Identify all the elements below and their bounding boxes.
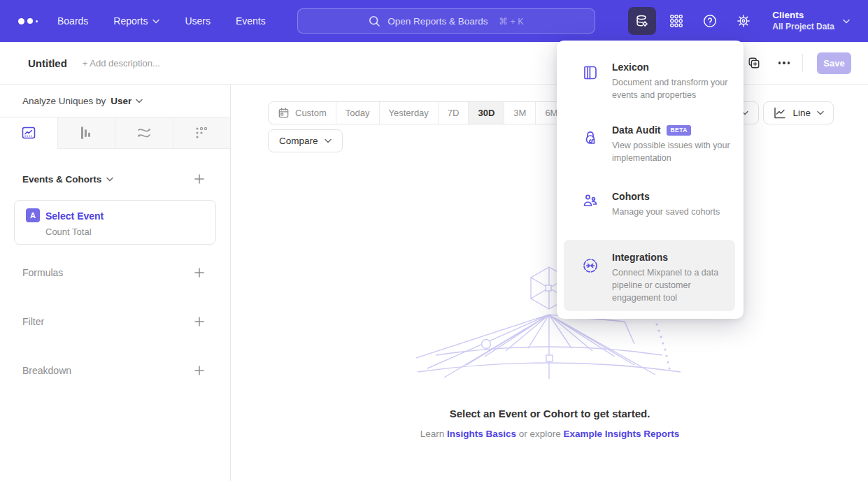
menu-item-description: Manage your saved cohorts xyxy=(612,206,738,219)
breakdown-label: Breakdown xyxy=(22,365,71,376)
range-custom[interactable]: Custom xyxy=(269,102,336,124)
apps-grid-icon xyxy=(669,13,684,29)
help-icon xyxy=(702,13,718,29)
explore-text: or explore xyxy=(519,429,561,439)
nav-item-boards[interactable]: Boards xyxy=(57,15,88,27)
menu-item-title: Cohorts xyxy=(612,191,650,202)
add-filter-icon[interactable] xyxy=(194,316,205,327)
menu-item-integrations[interactable]: Integrations Connect Mixpanel to a data … xyxy=(557,252,744,322)
compare-button[interactable]: Compare xyxy=(268,129,343,152)
select-event-label[interactable]: Select Event xyxy=(45,210,104,222)
dots-grid-tab-icon xyxy=(193,124,210,141)
range-label: 30D xyxy=(478,108,495,118)
nav-item-label: Users xyxy=(185,15,211,27)
menu-item-description: Connect Mixpanel to a data pipeline or c… xyxy=(612,267,735,304)
range-label: 7D xyxy=(448,108,460,118)
search-icon xyxy=(369,15,380,27)
nav-item-reports[interactable]: Reports xyxy=(113,15,159,27)
range-label: Custom xyxy=(295,108,327,118)
line-chart-icon xyxy=(773,106,786,120)
nav-item-label: Events xyxy=(236,15,266,27)
settings-button[interactable] xyxy=(736,13,751,29)
data-management-button[interactable] xyxy=(628,7,656,35)
org-name: Clients xyxy=(772,10,834,22)
menu-item-description: View possible issues with your implement… xyxy=(612,140,742,165)
breakdown-section: Breakdown xyxy=(0,365,230,376)
chevron-down-icon xyxy=(843,19,850,24)
cohorts-icon xyxy=(582,192,599,209)
event-letter-badge: A xyxy=(26,208,40,222)
formulas-section: Formulas xyxy=(0,267,230,278)
chevron-down-icon xyxy=(152,19,159,24)
add-breakdown-icon[interactable] xyxy=(194,365,205,376)
add-event-icon[interactable] xyxy=(194,173,205,185)
events-cohorts-toggle[interactable]: Events & Cohorts xyxy=(22,174,113,185)
nav-item-label: Reports xyxy=(113,15,148,27)
app: { "nav": { "items": ["Boards", "Reports"… xyxy=(0,0,868,481)
nav-item-events[interactable]: Events xyxy=(236,15,266,27)
range-3m[interactable]: 3M xyxy=(504,102,535,124)
project-selector[interactable]: Clients All Project Data xyxy=(772,10,850,32)
empty-state-subtitle: Learn Insights Basics or explore Example… xyxy=(232,429,868,439)
analyze-label: Analyze Uniques by xyxy=(22,96,106,106)
duplicate-icon[interactable] xyxy=(748,57,760,69)
query-sidebar: Analyze Uniques by User xyxy=(0,85,231,481)
search-shortcut: ⌘ + K xyxy=(499,16,524,27)
apps-grid-button[interactable] xyxy=(669,13,684,29)
divider xyxy=(802,54,803,72)
range-30d-selected[interactable]: 30D xyxy=(468,102,504,124)
nav-menu: Boards Reports Users Events xyxy=(57,15,291,27)
mixpanel-logo[interactable] xyxy=(18,18,42,24)
filter-section: Filter xyxy=(0,316,230,327)
tab-flows[interactable] xyxy=(115,117,173,149)
range-label: 3M xyxy=(513,108,526,118)
tab-insights-selected[interactable] xyxy=(0,117,57,149)
top-nav: Boards Reports Users Events Open Reports… xyxy=(0,0,868,42)
menu-item-title: Lexicon xyxy=(612,62,649,73)
event-metric-label[interactable]: Count Total xyxy=(45,227,92,237)
example-reports-link[interactable]: Example Insights Reports xyxy=(564,429,680,439)
analyze-row: Analyze Uniques by User xyxy=(0,85,230,117)
compare-label: Compare xyxy=(279,136,318,146)
save-button[interactable]: Save xyxy=(817,52,851,74)
chart-type-button[interactable]: Line xyxy=(763,101,834,124)
chevron-down-icon xyxy=(817,110,824,115)
line-chart-tab-icon xyxy=(20,124,37,141)
add-formula-icon[interactable] xyxy=(194,267,205,278)
report-title[interactable]: Untitled xyxy=(28,57,67,69)
range-label: 6M xyxy=(545,108,557,118)
event-card[interactable]: A Select Event Count Total xyxy=(14,200,216,245)
menu-item-lexicon[interactable]: Lexicon Document and transform your even… xyxy=(557,62,744,105)
chevron-down-icon xyxy=(106,177,113,182)
help-button[interactable] xyxy=(702,13,718,29)
chart-area: Custom Today Yesterday 7D 30D 3M 6M Comp… xyxy=(232,85,868,481)
tab-retention[interactable] xyxy=(173,117,231,149)
tab-funnels[interactable] xyxy=(57,117,115,149)
more-options-icon[interactable] xyxy=(778,62,790,64)
chart-type-tabs xyxy=(0,117,230,149)
range-yesterday[interactable]: Yesterday xyxy=(379,102,438,124)
formulas-label: Formulas xyxy=(22,267,63,278)
flow-tab-icon xyxy=(136,124,152,141)
gear-icon xyxy=(736,13,751,29)
insights-basics-link[interactable]: Insights Basics xyxy=(447,429,516,439)
dotted-line xyxy=(655,323,670,369)
menu-item-data-audit[interactable]: Data Audit BETA View possible issues wit… xyxy=(557,124,744,171)
data-management-icon xyxy=(634,13,650,29)
learn-text: Learn xyxy=(420,429,445,439)
range-today[interactable]: Today xyxy=(336,102,379,124)
range-7d[interactable]: 7D xyxy=(438,102,469,124)
chevron-down-icon xyxy=(136,99,143,103)
lexicon-icon xyxy=(582,64,599,81)
menu-item-cohorts[interactable]: Cohorts Manage your saved cohorts xyxy=(557,191,744,224)
nav-item-users[interactable]: Users xyxy=(185,15,211,27)
search-input[interactable]: Open Reports & Boards ⌘ + K xyxy=(297,8,595,34)
nav-item-label: Boards xyxy=(57,15,88,27)
empty-state-title: Select an Event or Cohort to get started… xyxy=(232,408,868,419)
events-cohorts-header: Events & Cohorts xyxy=(0,173,230,185)
analyze-value-dropdown[interactable]: User xyxy=(111,96,143,106)
report-description-placeholder[interactable]: + Add description... xyxy=(83,58,160,69)
data-audit-icon xyxy=(582,130,599,147)
data-management-menu: Lexicon Document and transform your even… xyxy=(557,41,744,319)
menu-item-description: Document and transform your events and p… xyxy=(612,77,730,102)
